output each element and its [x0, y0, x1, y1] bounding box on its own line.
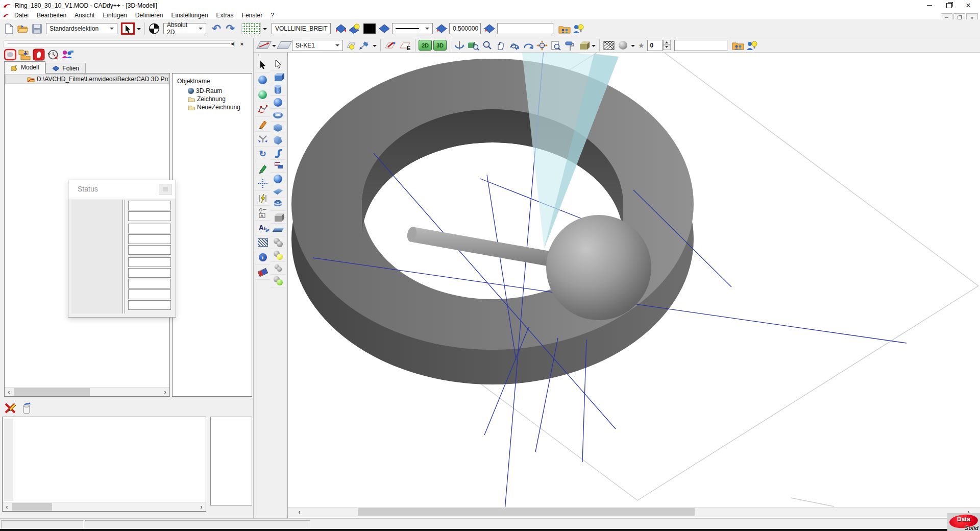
block-solid-button[interactable] — [271, 211, 285, 224]
panel-stop-button[interactable] — [32, 48, 45, 61]
cylinder-solid-button[interactable] — [271, 83, 285, 96]
workplane-align-button[interactable] — [358, 39, 371, 52]
clear-messages-button[interactable] — [20, 402, 32, 414]
grid-button[interactable] — [241, 22, 261, 35]
display-box-button[interactable] — [577, 39, 590, 52]
scroll-thumb[interactable] — [14, 388, 90, 396]
move-tool-button[interactable] — [255, 176, 270, 191]
spinner-up-button[interactable] — [663, 40, 671, 45]
hatch-display-button[interactable] — [603, 39, 615, 52]
text-tool-button[interactable]: Ab — [255, 221, 270, 235]
minimize-button[interactable] — [920, 0, 939, 11]
selection-tool-button[interactable] — [121, 22, 135, 35]
status-field[interactable] — [128, 211, 171, 221]
object-item-neuezeichnung[interactable]: NeueZeichnung — [173, 103, 252, 111]
workplane-select-button[interactable] — [258, 39, 270, 52]
layer-color-button[interactable] — [378, 22, 390, 35]
draw-tool-button[interactable] — [255, 117, 270, 132]
layer-linestyle-button[interactable] — [435, 22, 448, 35]
sphere-solid-button[interactable] — [271, 96, 285, 109]
status-field[interactable] — [128, 224, 171, 233]
workplane-visibility-button[interactable] — [345, 39, 357, 52]
assistant-button[interactable] — [572, 22, 584, 35]
dimension-tool-button[interactable]: A — [255, 206, 270, 221]
workplane-edit-button[interactable] — [278, 39, 290, 52]
erase-tool-button[interactable] — [255, 265, 270, 280]
line-style-combo[interactable] — [392, 23, 433, 34]
spinner-down-button[interactable] — [663, 45, 671, 50]
workplane-dropdown[interactable] — [272, 45, 276, 49]
model-sphere[interactable] — [546, 215, 651, 320]
select-3d-button[interactable] — [271, 58, 285, 70]
status-field[interactable] — [128, 245, 171, 255]
zoom-object-button[interactable] — [467, 39, 479, 52]
model-viewport[interactable]: ‹ › — [288, 53, 980, 518]
panel-grip-handle[interactable] — [3, 40, 235, 48]
prism-solid-button[interactable] — [271, 122, 285, 134]
menu-bearbeiten[interactable]: Bearbeiten — [33, 12, 70, 19]
favorites-star-icon[interactable]: ★ — [638, 41, 645, 50]
zoom-pan-button[interactable] — [536, 39, 548, 52]
boolean-subtract-button[interactable] — [271, 249, 285, 262]
restore-button[interactable] — [939, 0, 959, 11]
rotate-tool-button[interactable]: ↻ — [255, 147, 270, 161]
message-box[interactable]: ‹ › — [2, 417, 206, 512]
scroll-left-button[interactable]: ‹ — [295, 508, 304, 516]
zoom-rotate-button[interactable] — [508, 39, 521, 52]
close-button[interactable]: × — [959, 0, 978, 11]
construction-plane-combo[interactable]: St-KE1 — [292, 40, 343, 51]
view-name-field[interactable] — [674, 40, 727, 51]
zoom-page-button[interactable] — [550, 39, 562, 52]
panel-collapse-button[interactable]: ◂ — [228, 40, 236, 47]
view-3d-button[interactable]: 3D — [433, 40, 447, 51]
torus-solid-button[interactable] — [271, 109, 285, 122]
menu-ansicht[interactable]: Ansicht — [70, 12, 99, 19]
line-width-field[interactable]: 0.500000 — [449, 23, 481, 34]
axis-tool-dropdown[interactable] — [373, 45, 377, 49]
render-mode-button[interactable] — [564, 39, 576, 52]
sweep-solid-button[interactable] — [271, 147, 285, 160]
status-field[interactable] — [128, 201, 171, 210]
polyline-tool-button[interactable] — [255, 102, 270, 117]
wedge-solid-button[interactable] — [271, 185, 285, 198]
panel-close-button[interactable]: × — [238, 40, 246, 47]
helix-solid-button[interactable] — [271, 198, 285, 211]
layer-visibility-button[interactable] — [349, 22, 361, 35]
scroll-right-button[interactable]: › — [197, 502, 206, 511]
undo-button[interactable]: ↶ — [210, 22, 223, 35]
contrast-mode-button[interactable] — [148, 22, 160, 35]
group-manager-2-button[interactable] — [732, 39, 744, 52]
rotate-view-button[interactable] — [453, 39, 465, 52]
viewport-hscrollbar[interactable]: ‹ › — [288, 507, 980, 517]
group-manager-button[interactable] — [558, 22, 571, 35]
delete-messages-button[interactable] — [4, 402, 17, 414]
open-file-button[interactable] — [17, 22, 29, 35]
assistant-2-button[interactable] — [746, 39, 758, 52]
boolean-intersect-button[interactable] — [271, 262, 285, 275]
modify-tool-button[interactable] — [255, 132, 270, 147]
new-document-button[interactable] — [3, 22, 15, 35]
line-type-field[interactable]: VOLLLINIE_BREIT — [272, 23, 331, 34]
menu-help[interactable]: ? — [266, 12, 278, 19]
orbit-sphere-tool-button[interactable] — [255, 87, 270, 102]
menu-fenster[interactable]: Fenster — [238, 12, 267, 19]
pan-button[interactable] — [495, 39, 507, 52]
plane-elements-button[interactable]: E — [399, 39, 412, 52]
selection-tool-dropdown[interactable] — [137, 28, 141, 32]
flags-button[interactable] — [271, 160, 285, 173]
boolean-cut-button[interactable] — [271, 275, 285, 287]
scroll-thumb[interactable] — [12, 503, 52, 511]
hatch-tool-button[interactable] — [255, 235, 270, 250]
scroll-right-button[interactable]: › — [161, 388, 169, 396]
layer-width-button[interactable] — [483, 22, 496, 35]
tree-hscrollbar[interactable]: ‹ › — [5, 387, 169, 396]
panel-users-button[interactable] — [61, 48, 74, 61]
menu-einfuegen[interactable]: Einfügen — [99, 12, 131, 19]
status-field[interactable] — [128, 257, 171, 267]
color-swatch-black[interactable] — [363, 23, 376, 34]
revolve-solid-button[interactable] — [271, 173, 285, 185]
zoom-button[interactable] — [481, 39, 493, 52]
redo-button[interactable]: ↷ — [224, 22, 236, 35]
sketch-on-plane-button[interactable] — [384, 39, 397, 52]
layer-select-button[interactable] — [335, 22, 347, 35]
